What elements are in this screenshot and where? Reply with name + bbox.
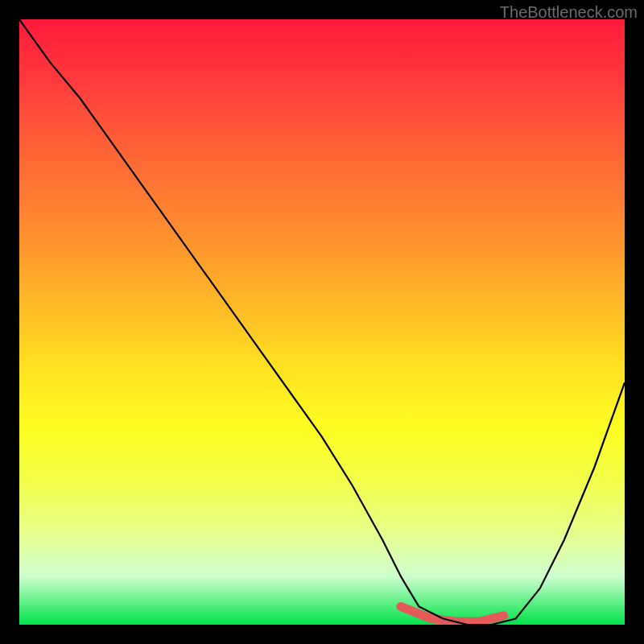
chart-container: TheBottleneck.com bbox=[0, 0, 644, 644]
main-curve bbox=[19, 19, 625, 625]
watermark-text: TheBottleneck.com bbox=[500, 3, 638, 22]
accent-segment bbox=[401, 606, 504, 621]
plot-area bbox=[19, 19, 625, 625]
curve-svg bbox=[19, 19, 625, 625]
